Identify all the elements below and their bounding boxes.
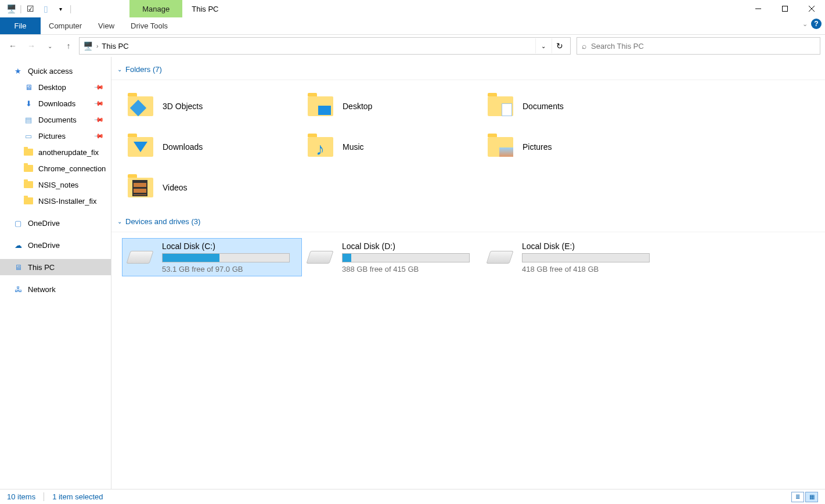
search-input[interactable]: [591, 42, 815, 51]
breadcrumb-separator-icon[interactable]: ›: [96, 43, 98, 49]
star-icon: ★: [13, 66, 23, 76]
pin-icon: 📌: [93, 81, 104, 92]
section-header-drives[interactable]: ⌄ Devices and drives (3): [111, 214, 825, 232]
sidebar-item-label: This PC: [28, 263, 55, 272]
section-header-folders[interactable]: ⌄ Folders (7): [111, 62, 825, 80]
sidebar-item-folder[interactable]: Chrome_connection: [0, 160, 111, 177]
sidebar-item-folder[interactable]: NSIS-Installer_fix: [0, 193, 111, 209]
minimize-button[interactable]: [745, 0, 772, 17]
drive-item[interactable]: Local Disk (D:)388 GB free of 415 GB: [302, 238, 482, 276]
tab-view[interactable]: View: [90, 17, 123, 34]
ribbon-tabs: File Computer View Drive Tools ⌄ ?: [0, 17, 825, 35]
disk-icon: [306, 251, 334, 264]
details-view-button[interactable]: ≣: [791, 492, 804, 502]
tiles-view-button[interactable]: ▦: [805, 492, 818, 502]
this-pc-icon: 🖥️: [83, 41, 93, 51]
sidebar-onedrive-local[interactable]: ▢ OneDrive: [0, 215, 111, 231]
view-toggle-group: ≣ ▦: [791, 492, 818, 502]
breadcrumb-this-pc[interactable]: This PC: [102, 42, 128, 51]
sidebar-item-label: Documents: [38, 116, 77, 124]
sidebar-this-pc[interactable]: 🖥 This PC: [0, 259, 111, 275]
downloads-icon: ⬇: [23, 98, 34, 109]
sidebar-network[interactable]: 🖧 Network: [0, 281, 111, 297]
folder-icon: [23, 179, 34, 190]
drive-info: Local Disk (E:)418 GB free of 418 GB: [522, 242, 658, 273]
content-pane: ⌄ Folders (7) 3D ObjectsDesktopDocuments…: [111, 57, 825, 489]
pin-icon: 📌: [93, 98, 104, 109]
folder-label: Documents: [523, 102, 564, 111]
folder-item[interactable]: 3D Objects: [122, 86, 302, 127]
status-item-count: 10 items: [7, 492, 44, 501]
folder-icon: [127, 92, 154, 120]
contextual-tab-manage[interactable]: Manage: [129, 0, 182, 17]
folder-item[interactable]: ♪Music: [302, 127, 482, 167]
drive-info: Local Disk (C:)53.1 GB free of 97.0 GB: [162, 242, 298, 273]
sidebar-item-label: Chrome_connection: [38, 164, 106, 173]
folder-icon: [487, 92, 514, 120]
drive-free-text: 388 GB free of 415 GB: [342, 265, 470, 273]
sidebar-onedrive-cloud[interactable]: ☁ OneDrive: [0, 237, 111, 253]
folder-label: Downloads: [163, 142, 203, 152]
sidebar-item-label: Quick access: [28, 67, 73, 75]
qat-properties-icon[interactable]: ☑: [24, 2, 37, 15]
search-icon: ⌕: [582, 41, 586, 51]
drive-name: Local Disk (C:): [162, 242, 290, 251]
forward-button[interactable]: →: [23, 38, 39, 54]
drive-item[interactable]: Local Disk (C:)53.1 GB free of 97.0 GB: [122, 238, 302, 276]
folder-item[interactable]: Documents: [482, 86, 662, 127]
close-button[interactable]: [798, 0, 825, 17]
folder-item[interactable]: Downloads: [122, 127, 302, 167]
sidebar-item-folder[interactable]: anotherupdate_fix: [0, 144, 111, 160]
documents-icon: ▤: [23, 114, 34, 125]
drive-free-text: 418 GB free of 418 GB: [522, 265, 650, 273]
folders-grid: 3D ObjectsDesktopDocumentsDownloads♪Musi…: [111, 80, 825, 214]
sidebar-item-desktop[interactable]: 🖥 Desktop 📌: [0, 79, 111, 95]
pin-icon: 📌: [93, 114, 104, 125]
refresh-button[interactable]: ↻: [552, 38, 567, 53]
qat-new-folder-icon[interactable]: ▯: [39, 2, 52, 15]
sidebar-item-label: OneDrive: [28, 219, 60, 228]
drive-name: Local Disk (E:): [522, 242, 650, 251]
up-button[interactable]: ↑: [60, 38, 77, 54]
sidebar-item-downloads[interactable]: ⬇ Downloads 📌: [0, 95, 111, 111]
file-tab[interactable]: File: [0, 17, 41, 34]
section-header-label: Devices and drives (3): [125, 217, 200, 226]
qat-this-pc-icon[interactable]: 🖥️: [5, 2, 17, 15]
search-box[interactable]: ⌕: [577, 37, 820, 55]
address-dropdown-button[interactable]: ⌄: [535, 38, 550, 53]
folder-icon: ♪: [307, 133, 334, 161]
folder-item[interactable]: Videos: [122, 167, 302, 208]
folder-icon: [127, 133, 154, 161]
maximize-button[interactable]: [772, 0, 798, 17]
folder-label: Music: [343, 142, 364, 152]
folder-icon: [23, 163, 34, 174]
folder-icon: [23, 196, 34, 206]
sidebar-item-pictures[interactable]: ▭ Pictures 📌: [0, 128, 111, 144]
navigation-bar: ← → ⌄ ↑ 🖥️ › This PC ⌄ ↻ ⌕: [0, 35, 825, 57]
sidebar-quick-access[interactable]: ★ Quick access: [0, 63, 111, 79]
tab-computer[interactable]: Computer: [41, 17, 90, 34]
disk-icon: [486, 251, 514, 264]
status-selection-count: 1 item selected: [52, 492, 103, 501]
drive-usage-bar: [522, 253, 650, 262]
qat-customize-icon[interactable]: ▾: [55, 2, 67, 15]
network-icon: 🖧: [13, 284, 23, 294]
sidebar-item-folder[interactable]: NSIS_notes: [0, 177, 111, 193]
contextual-tab-header-area: Manage This PC: [129, 0, 228, 17]
sidebar-item-label: Pictures: [38, 132, 66, 141]
folder-item[interactable]: Pictures: [482, 127, 662, 167]
folder-item[interactable]: Desktop: [302, 86, 482, 127]
drive-item[interactable]: Local Disk (E:)418 GB free of 418 GB: [482, 238, 662, 276]
help-icon[interactable]: ?: [811, 19, 822, 29]
drives-grid: Local Disk (C:)53.1 GB free of 97.0 GBLo…: [111, 232, 825, 282]
tab-drive-tools[interactable]: Drive Tools: [123, 17, 176, 34]
address-bar[interactable]: 🖥️ › This PC ⌄ ↻: [79, 37, 571, 55]
collapse-ribbon-icon[interactable]: ⌄: [802, 20, 808, 28]
sidebar-item-documents[interactable]: ▤ Documents 📌: [0, 111, 111, 128]
recent-locations-button[interactable]: ⌄: [42, 38, 58, 54]
back-button[interactable]: ←: [5, 38, 21, 54]
sidebar-item-label: OneDrive: [28, 241, 60, 250]
drive-info: Local Disk (D:)388 GB free of 415 GB: [342, 242, 478, 273]
svg-rect-1: [783, 6, 788, 12]
sidebar-item-label: anotherupdate_fix: [38, 148, 99, 157]
